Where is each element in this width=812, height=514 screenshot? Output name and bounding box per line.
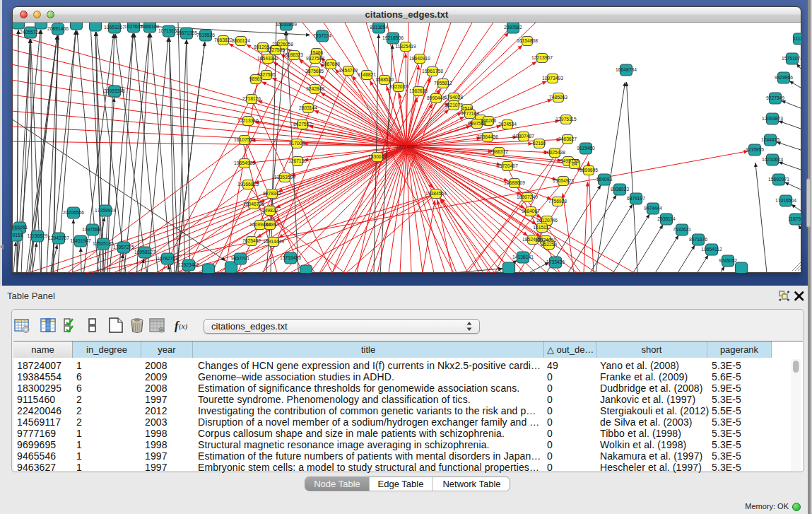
svg-text:20206556: 20206556 xyxy=(63,210,84,215)
svg-text:2718126: 2718126 xyxy=(242,96,261,101)
svg-text:1244415: 1244415 xyxy=(761,137,779,142)
svg-text:6897568: 6897568 xyxy=(468,121,486,126)
svg-text:39151: 39151 xyxy=(12,233,23,238)
svg-text:16543382: 16543382 xyxy=(257,56,278,61)
svg-text:9327508: 9327508 xyxy=(306,56,324,61)
svg-text:15720407: 15720407 xyxy=(497,163,518,168)
svg-text:1615112: 1615112 xyxy=(533,225,551,230)
svg-text:19654985: 19654985 xyxy=(234,160,255,165)
svg-text:7485063: 7485063 xyxy=(549,95,567,100)
svg-text:17359924: 17359924 xyxy=(95,208,116,213)
svg-text:3267130: 3267130 xyxy=(288,158,307,163)
svg-text:2935114: 2935114 xyxy=(657,216,676,221)
svg-text:1588520: 1588520 xyxy=(375,77,394,82)
svg-text:12093873: 12093873 xyxy=(762,116,783,121)
svg-text:8471676: 8471676 xyxy=(689,237,707,242)
svg-text:18807249: 18807249 xyxy=(517,194,538,199)
svg-text:3215955: 3215955 xyxy=(746,147,764,152)
svg-text:7515526: 7515526 xyxy=(196,33,215,37)
svg-text:3624534: 3624534 xyxy=(498,122,517,127)
svg-text:9245052: 9245052 xyxy=(719,258,737,263)
svg-text:3875685: 3875685 xyxy=(305,69,324,74)
svg-text:16033809: 16033809 xyxy=(276,23,297,27)
svg-text:23226058: 23226058 xyxy=(272,42,293,47)
svg-text:13353594: 13353594 xyxy=(274,175,295,180)
svg-text:16671355: 16671355 xyxy=(176,30,197,35)
svg-text:20364436: 20364436 xyxy=(477,134,498,139)
svg-text:12975115: 12975115 xyxy=(555,117,577,122)
svg-text:9777169: 9777169 xyxy=(461,111,479,116)
svg-text:2087682: 2087682 xyxy=(504,25,522,30)
svg-text:7955812: 7955812 xyxy=(434,81,452,86)
svg-text:1733426: 1733426 xyxy=(546,259,565,264)
svg-text:7632621: 7632621 xyxy=(673,227,691,232)
svg-text:16782759: 16782759 xyxy=(157,256,178,261)
svg-text:12505185: 12505185 xyxy=(93,241,114,246)
svg-text:10958127: 10958127 xyxy=(134,250,155,255)
svg-text:9463627: 9463627 xyxy=(558,136,577,141)
svg-text:10046738: 10046738 xyxy=(243,201,264,206)
svg-text:9115460: 9115460 xyxy=(577,146,595,151)
svg-text:417004: 417004 xyxy=(289,141,305,146)
svg-text:17016504: 17016504 xyxy=(775,198,796,203)
svg-text:11325419: 11325419 xyxy=(395,44,416,49)
svg-text:11156829: 11156829 xyxy=(28,233,48,238)
svg-text:8322037: 8322037 xyxy=(389,84,408,89)
svg-text:16914479: 16914479 xyxy=(263,239,284,244)
svg-text:18640910: 18640910 xyxy=(409,56,430,61)
svg-text:20053346: 20053346 xyxy=(104,88,125,93)
svg-text:15751074: 15751074 xyxy=(782,56,801,61)
svg-text:10975887: 10975887 xyxy=(82,227,103,232)
svg-text:9857791: 9857791 xyxy=(231,256,249,261)
svg-text:1362635: 1362635 xyxy=(409,88,428,93)
svg-text:9227349: 9227349 xyxy=(766,95,784,100)
svg-text:149822: 149822 xyxy=(262,208,278,213)
svg-text:98961: 98961 xyxy=(249,76,263,81)
svg-text:11123: 11123 xyxy=(793,36,801,41)
svg-text:1830027: 1830027 xyxy=(368,154,387,159)
svg-text:8427552: 8427552 xyxy=(293,122,312,127)
svg-text:6466160: 6466160 xyxy=(141,24,159,29)
svg-text:7986372: 7986372 xyxy=(490,149,508,154)
svg-text:9899695: 9899695 xyxy=(579,168,598,173)
svg-text:8938923: 8938923 xyxy=(611,187,629,192)
svg-text:16107552: 16107552 xyxy=(234,137,255,142)
svg-text:164093: 164093 xyxy=(596,177,613,182)
svg-text:10654112: 10654112 xyxy=(701,247,722,252)
svg-text:15716485: 15716485 xyxy=(280,255,301,260)
svg-text:17957275: 17957275 xyxy=(113,245,134,250)
svg-text:2867608: 2867608 xyxy=(322,62,340,66)
svg-text:6794028: 6794028 xyxy=(445,95,463,100)
svg-text:16154808: 16154808 xyxy=(517,38,538,43)
svg-text:16648784: 16648784 xyxy=(616,67,637,72)
svg-text:12942757: 12942757 xyxy=(48,235,69,240)
svg-text:20691406: 20691406 xyxy=(47,26,69,31)
svg-text:7357224: 7357224 xyxy=(313,33,331,38)
svg-text:9684067: 9684067 xyxy=(522,209,540,214)
svg-text:8990448: 8990448 xyxy=(427,95,445,100)
svg-text:19166825: 19166825 xyxy=(237,182,259,187)
svg-text:18724007: 18724007 xyxy=(396,144,417,149)
svg-text:11451947: 11451947 xyxy=(70,238,91,243)
svg-text:9327505: 9327505 xyxy=(266,47,285,52)
svg-text:16961758: 16961758 xyxy=(422,69,443,74)
svg-text:1621075: 1621075 xyxy=(445,103,463,107)
svg-text:16210643: 16210643 xyxy=(762,157,783,162)
svg-text:10973493: 10973493 xyxy=(542,76,563,81)
svg-text:9242848: 9242848 xyxy=(306,86,324,91)
svg-text:8878342: 8878342 xyxy=(263,191,281,196)
svg-text:9329966: 9329966 xyxy=(775,75,793,80)
svg-text:19384554: 19384554 xyxy=(425,191,447,196)
svg-text:8454749: 8454749 xyxy=(339,68,358,73)
svg-text:2803144: 2803144 xyxy=(299,105,317,110)
svg-text:8813054: 8813054 xyxy=(370,25,388,30)
svg-text:24055724: 24055724 xyxy=(20,30,41,35)
svg-text:10653267: 10653267 xyxy=(104,25,125,30)
svg-text:16120746: 16120746 xyxy=(536,218,558,223)
svg-text:252254: 252254 xyxy=(541,242,558,247)
svg-text:8186323: 8186323 xyxy=(285,52,303,57)
svg-text:12923446: 12923446 xyxy=(178,262,199,267)
svg-text:12213316: 12213316 xyxy=(237,118,259,123)
svg-text:465061: 465061 xyxy=(12,225,28,230)
svg-text:16489: 16489 xyxy=(264,222,277,227)
